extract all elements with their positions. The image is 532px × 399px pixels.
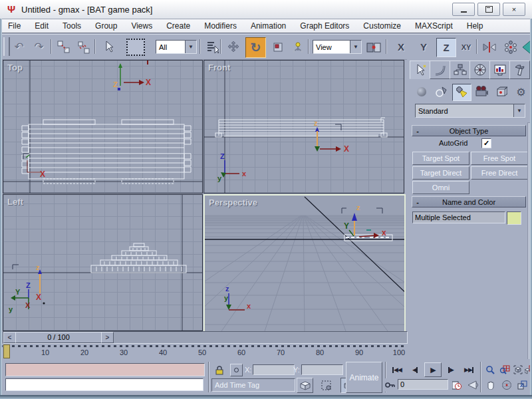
tab-utilities[interactable] xyxy=(509,61,530,79)
restrict-z-button[interactable]: Z xyxy=(436,38,456,57)
menu-group[interactable]: Group xyxy=(95,21,117,31)
previous-frame-playback-button[interactable]: ◀ xyxy=(407,363,423,376)
pan-view-button[interactable] xyxy=(483,378,497,392)
animate-button[interactable]: Animate xyxy=(346,362,382,393)
tripod-y-label: y xyxy=(217,174,222,182)
select-and-move-button[interactable] xyxy=(224,38,242,56)
select-by-name-button[interactable] xyxy=(203,38,221,56)
track-bar[interactable]: 10 20 30 40 50 60 70 80 90 100 xyxy=(0,344,407,360)
omni-button[interactable]: Omni xyxy=(412,181,469,194)
undo-button[interactable]: ↶ xyxy=(10,38,28,56)
snaps-toggle-button[interactable] xyxy=(297,378,313,393)
tab-display[interactable] xyxy=(489,61,510,79)
menu-file[interactable]: File xyxy=(8,21,21,31)
zoom-extents-button[interactable] xyxy=(512,363,524,376)
tab-motion[interactable] xyxy=(469,61,490,79)
track-bar-marker[interactable] xyxy=(3,344,10,358)
viewport-left[interactable]: z X Z Y y X Left xyxy=(3,194,203,331)
set-key-button[interactable] xyxy=(383,378,396,392)
field-of-view-button[interactable] xyxy=(466,378,479,392)
go-to-start-button[interactable]: ◀◀ xyxy=(388,363,406,376)
select-and-manipulate-button[interactable] xyxy=(289,38,307,56)
restrict-xy-button[interactable]: XY xyxy=(458,38,475,56)
object-type-rollout-header[interactable]: - Object Type xyxy=(412,125,526,136)
time-configuration-button[interactable] xyxy=(450,378,464,392)
x-coordinate-field[interactable] xyxy=(253,364,295,375)
min-max-toggle-button[interactable] xyxy=(515,378,529,392)
menu-graph-editors[interactable]: Graph Editors xyxy=(300,21,349,31)
select-and-rotate-button[interactable]: ↻ xyxy=(245,37,266,58)
category-systems-button[interactable]: ⚙ xyxy=(512,84,530,100)
category-geometry-button[interactable] xyxy=(412,84,430,100)
select-object-button[interactable] xyxy=(100,38,118,56)
rectangular-selection-region-button[interactable] xyxy=(125,38,146,56)
select-and-scale-button[interactable] xyxy=(269,38,287,56)
axis-z-label: Z xyxy=(443,42,449,53)
viewport-top-label[interactable]: Top xyxy=(7,63,23,72)
menu-maxscript[interactable]: MAXScript xyxy=(415,21,453,31)
time-slider-handle[interactable]: 0 / 100 xyxy=(15,332,102,343)
minimize-button[interactable] xyxy=(452,3,475,16)
angle-snap-toggle-button[interactable] xyxy=(318,378,334,393)
menu-help[interactable]: Help xyxy=(467,21,483,31)
viewport-front[interactable]: z X Z x y Front xyxy=(203,60,404,194)
collapse-icon: - xyxy=(412,127,423,135)
go-to-end-button[interactable]: ▶▶ xyxy=(460,363,477,376)
use-pivot-point-button[interactable] xyxy=(364,38,382,56)
previous-frame-button[interactable]: < xyxy=(3,332,16,343)
light-type-dropdown[interactable]: Standard ▼ xyxy=(415,104,525,118)
restrict-x-button[interactable]: X xyxy=(391,38,411,56)
viewport-perspective-label[interactable]: Perspective xyxy=(209,198,257,207)
free-spot-button[interactable]: Free Spot xyxy=(471,152,528,165)
arc-rotate-button[interactable] xyxy=(499,378,513,392)
category-lights-button[interactable] xyxy=(452,84,471,101)
menu-edit[interactable]: Edit xyxy=(35,21,49,31)
redo-button[interactable]: ↷ xyxy=(30,38,48,56)
menu-tools[interactable]: Tools xyxy=(63,21,81,31)
selection-lock-toggle[interactable] xyxy=(213,364,225,376)
restore-button[interactable] xyxy=(477,3,500,16)
viewport-front-label[interactable]: Front xyxy=(208,63,230,72)
menu-animation[interactable]: Animation xyxy=(251,21,286,31)
menu-customize[interactable]: Customize xyxy=(363,21,401,31)
viewport-perspective[interactable]: z Y x z y x Perspective xyxy=(203,194,406,332)
category-helpers-button[interactable] xyxy=(492,84,510,100)
close-button[interactable]: × xyxy=(503,3,525,16)
tab-hierarchy[interactable] xyxy=(450,61,470,79)
time-slider-track[interactable]: < 0 / 100 > xyxy=(3,331,408,344)
zoom-button[interactable] xyxy=(483,363,496,376)
array-button[interactable] xyxy=(501,38,519,56)
unlink-selection-button[interactable] xyxy=(74,38,92,56)
restrict-y-button[interactable]: Y xyxy=(414,38,434,56)
toolbar-grip[interactable] xyxy=(3,37,10,56)
autogrid-checkbox[interactable]: ✓ xyxy=(481,138,491,148)
selection-filter-dropdown[interactable]: All ▼ xyxy=(156,40,197,54)
tab-modify[interactable] xyxy=(430,61,450,79)
category-shapes-button[interactable] xyxy=(432,84,450,100)
viewport-top[interactable]: X Z X Top xyxy=(3,60,203,194)
mirror-button[interactable] xyxy=(480,38,498,56)
select-and-link-button[interactable] xyxy=(55,38,72,56)
next-frame-button[interactable]: > xyxy=(101,332,114,343)
maxscript-listener-field[interactable] xyxy=(5,378,203,391)
zoom-all-button[interactable] xyxy=(497,363,511,376)
menu-modifiers[interactable]: Modifiers xyxy=(204,21,237,31)
free-direct-button[interactable]: Free Direct xyxy=(471,166,528,180)
object-color-swatch[interactable] xyxy=(507,211,521,225)
menu-views[interactable]: Views xyxy=(131,21,152,31)
current-frame-field[interactable] xyxy=(398,379,448,390)
reference-coordinate-dropdown[interactable]: View ▼ xyxy=(313,40,362,54)
next-frame-playback-button[interactable]: ▶ xyxy=(443,363,459,376)
target-direct-button[interactable]: Target Direct xyxy=(412,166,469,180)
viewport-left-label[interactable]: Left xyxy=(7,197,23,207)
absolute-offset-toggle[interactable] xyxy=(230,364,243,376)
name-color-rollout-header[interactable]: - Name and Color xyxy=(412,196,526,207)
play-animation-button[interactable]: ▶ xyxy=(424,362,442,377)
menu-create[interactable]: Create xyxy=(166,21,190,31)
add-time-tag-button[interactable]: Add Time Tag xyxy=(211,378,295,392)
y-coordinate-field[interactable] xyxy=(301,364,343,375)
tab-create[interactable] xyxy=(410,61,430,79)
object-name-field[interactable] xyxy=(412,211,505,223)
target-spot-button[interactable]: Target Spot xyxy=(412,152,469,165)
category-cameras-button[interactable] xyxy=(472,84,490,100)
